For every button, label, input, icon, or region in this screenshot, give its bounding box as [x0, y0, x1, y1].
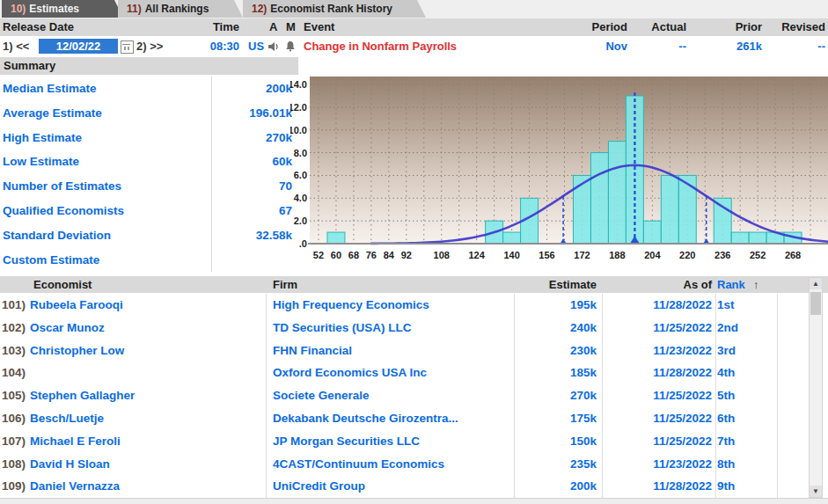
- rank-value: 1st: [717, 294, 735, 317]
- economist-row[interactable]: 106)Besch/LuetjeDekabank Deutsche Giroze…: [0, 407, 828, 430]
- firm-name: High Frequency Economics: [273, 294, 429, 317]
- economist-row[interactable]: 108)David H Sloan4CAST/Continuum Economi…: [0, 453, 828, 476]
- table-scrollbar[interactable]: ▲ ▼: [809, 277, 823, 498]
- svg-text:60: 60: [331, 250, 341, 260]
- svg-text:12.0: 12.0: [290, 102, 307, 113]
- summary-label: Low Estimate: [3, 150, 79, 174]
- svg-text:172: 172: [574, 250, 590, 260]
- asof-date: 11/25/2022: [607, 430, 712, 453]
- economist-row[interactable]: 104)Oxford Economics USA Inc185k11/28/20…: [0, 362, 828, 384]
- column-divider: [777, 294, 778, 498]
- tab-bar: 10)Estimates 11)All Rankings 12)Economis…: [0, 0, 828, 18]
- svg-text:4.0: 4.0: [294, 193, 307, 203]
- scroll-down-icon[interactable]: ▼: [810, 486, 822, 497]
- estimate-column-header[interactable]: Estimate: [493, 278, 597, 291]
- asof-date: 11/25/2022: [607, 384, 712, 407]
- svg-text:92: 92: [401, 250, 412, 260]
- scrollbar-thumb[interactable]: [810, 292, 821, 315]
- estimate-value: 175k: [493, 407, 597, 430]
- summary-row: High Estimate270k: [0, 126, 298, 150]
- firm-name: UniCredit Group: [273, 475, 365, 498]
- summary-label: Number of Estimates: [3, 174, 121, 199]
- country-code: US: [248, 40, 264, 53]
- economist-name: Oscar Munoz: [30, 317, 105, 340]
- estimate-value: 240k: [493, 317, 597, 340]
- svg-text:.0: .0: [299, 238, 307, 249]
- economist-name: David H Sloan: [30, 453, 110, 476]
- column-divider: [602, 294, 603, 498]
- prev-release-button[interactable]: 1) <<: [3, 40, 29, 53]
- firm-name: JP Morgan Securities LLC: [273, 430, 420, 453]
- svg-text:188: 188: [609, 250, 625, 260]
- tab-label: All Rankings: [145, 3, 209, 15]
- summary-row: Custom Estimate: [0, 248, 298, 273]
- svg-text:10.0: 10.0: [290, 125, 307, 135]
- svg-text:6.0: 6.0: [294, 170, 307, 180]
- economist-row[interactable]: 102)Oscar MunozTD Securities (USA) LLC24…: [0, 317, 828, 340]
- event-name: Change in Nonfarm Payrolls: [304, 40, 457, 53]
- svg-text:84: 84: [384, 250, 395, 260]
- next-release-button[interactable]: 2) >>: [136, 40, 163, 53]
- firm-name: Dekabank Deutsche Girozentra...: [273, 407, 458, 430]
- row-number: 105): [0, 384, 26, 407]
- firm-name: Societe Generale: [273, 384, 370, 407]
- summary-row: Standard Deviation32.58k: [0, 223, 298, 248]
- release-date-input[interactable]: 12/02/22: [39, 39, 118, 54]
- economist-name: Daniel Vernazza: [30, 475, 120, 498]
- economist-row[interactable]: 105)Stephen GallagherSociete Generale270…: [0, 384, 828, 407]
- economist-name: Christopher Low: [30, 340, 124, 362]
- asof-column-header[interactable]: As of: [607, 278, 712, 291]
- summary-column-divider: [211, 77, 212, 272]
- asof-date: 11/25/2022: [607, 317, 712, 340]
- economist-name: Stephen Gallagher: [30, 384, 135, 407]
- event-header: Event: [304, 20, 334, 33]
- tab-estimates[interactable]: 10)Estimates: [2, 0, 123, 18]
- economist-column-header[interactable]: Economist: [33, 278, 92, 291]
- economist-row[interactable]: 103)Christopher LowFHN Financial230k11/2…: [0, 340, 828, 362]
- svg-text:268: 268: [785, 250, 801, 260]
- summary-row: Qualified Economists67: [0, 199, 298, 223]
- firm-name: FHN Financial: [273, 340, 352, 362]
- firm-column-header[interactable]: Firm: [273, 278, 297, 291]
- calendar-icon[interactable]: [121, 40, 134, 54]
- column-divider: [715, 294, 716, 498]
- economist-row[interactable]: 107)Michael E FeroliJP Morgan Securities…: [0, 430, 828, 453]
- asof-date: 11/23/2022: [607, 340, 712, 362]
- bell-icon[interactable]: [285, 40, 296, 55]
- row-number: 104): [0, 362, 26, 384]
- summary-value: 32.58k: [256, 223, 292, 248]
- economist-row[interactable]: 109)Daniel VernazzaUniCredit Group200k11…: [0, 475, 828, 498]
- sort-ascending-icon[interactable]: ↑: [753, 278, 759, 291]
- event-row[interactable]: 1) << 12/02/22 2) >> 08:30 US Change in …: [0, 37, 828, 56]
- prior-value: 261k: [709, 40, 762, 53]
- economist-row[interactable]: 101)Rubeela FarooqiHigh Frequency Econom…: [0, 294, 828, 317]
- column-divider: [514, 294, 515, 498]
- scroll-up-icon[interactable]: ▲: [810, 278, 822, 289]
- economist-table: 101)Rubeela FarooqiHigh Frequency Econom…: [0, 294, 828, 499]
- svg-text:156: 156: [539, 250, 554, 260]
- firm-name: Oxford Economics USA Inc: [273, 362, 427, 384]
- svg-text:252: 252: [750, 250, 766, 260]
- rank-value: 4th: [717, 362, 735, 384]
- tab-all-rankings[interactable]: 11)All Rankings: [118, 0, 243, 18]
- tab-label: Estimates: [29, 3, 79, 15]
- row-number: 109): [0, 475, 26, 498]
- row-number: 103): [0, 340, 26, 362]
- economist-name: Rubeela Farooqi: [30, 294, 123, 317]
- svg-text:2.0: 2.0: [294, 215, 307, 226]
- asof-date: 11/28/2022: [607, 362, 712, 384]
- estimate-value: 185k: [493, 362, 597, 384]
- row-number: 102): [0, 317, 26, 340]
- row-number: 101): [0, 294, 26, 317]
- speaker-icon[interactable]: [268, 41, 280, 55]
- summary-row: Low Estimate60k: [0, 150, 298, 174]
- svg-text:140: 140: [503, 250, 519, 260]
- tab-economist-rank-history[interactable]: 12)Economist Rank History: [243, 0, 426, 18]
- rank-column-header[interactable]: Rank: [717, 278, 745, 291]
- actual-header: Actual: [634, 20, 686, 33]
- estimate-distribution-chart: 14.012.010.08.06.04.02.0.052606876849210…: [290, 74, 828, 274]
- firm-name: 4CAST/Continuum Economics: [273, 453, 444, 476]
- svg-text:52: 52: [313, 250, 324, 260]
- estimate-value: 230k: [493, 340, 597, 362]
- asof-date: 11/23/2022: [607, 453, 712, 476]
